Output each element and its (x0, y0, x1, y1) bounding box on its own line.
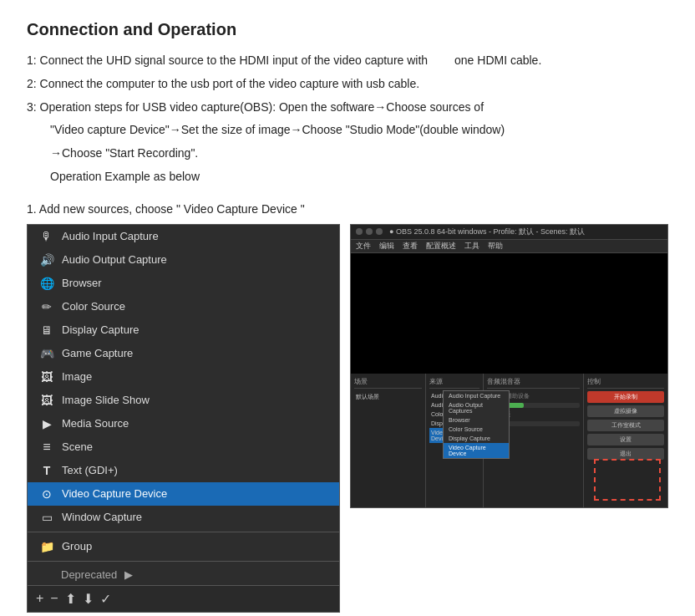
scene-item-default[interactable]: 默认场景 (354, 391, 422, 403)
video-capture-device-icon: ⊙ (39, 486, 54, 501)
instruction-3-cont2: →Choose "Start Recording". (50, 144, 668, 164)
audio-input-icon: 🎙 (39, 229, 54, 244)
menu-item-deprecated[interactable]: Deprecated ▶ (28, 564, 339, 585)
menu-help[interactable]: 帮助 (488, 241, 503, 252)
obs-preview-area (351, 253, 667, 374)
mini-item-audio-output[interactable]: Audio Output Captures (444, 400, 509, 415)
titlebar-dot-1 (356, 228, 363, 235)
audio-output-icon: 🔊 (39, 252, 54, 267)
mini-label-3: Browser (449, 417, 470, 423)
group-icon: 📁 (39, 539, 54, 554)
virtual-camera-btn[interactable]: 虚拟摄像 (587, 405, 664, 417)
add-source-icon[interactable]: + (36, 591, 43, 606)
mini-item-color[interactable]: Color Source (444, 425, 509, 434)
obs-sources-panel: 来源 Audio Input Audio Output Color Source… (426, 374, 484, 507)
menu-label-color-source: Color Source (62, 300, 125, 313)
menu-tools[interactable]: 工具 (464, 241, 479, 252)
menu-item-window-capture[interactable]: ▭ Window Capture (28, 506, 339, 529)
menu-view[interactable]: 查看 (403, 241, 418, 252)
screenshots-row: 🎙 Audio Input Capture 🔊 Audio Output Cap… (27, 224, 668, 613)
deprecated-label: Deprecated (61, 568, 117, 581)
menu-file[interactable]: 文件 (356, 241, 371, 252)
mini-item-audio-input[interactable]: Audio Input Capture (444, 391, 509, 400)
menu-label-browser: Browser (62, 277, 102, 289)
page-title: Connection and Operation (27, 20, 668, 39)
obs-titlebar: ● OBS 25.0.8 64-bit windows - Profile: 默… (351, 225, 667, 240)
menu-label-audio-output: Audio Output Capture (62, 253, 167, 266)
mini-label-5: Display Capture (449, 435, 490, 441)
sources-panel-title: 来源 (429, 377, 479, 389)
color-source-icon: ✏ (39, 299, 54, 314)
menu-label-game-capture: Game Capture (62, 347, 133, 359)
mixer-panel-title: 音频混音器 (487, 377, 580, 389)
display-capture-icon: 🖥 (39, 323, 54, 338)
mini-item-video-capture[interactable]: Video Capture Device (444, 443, 509, 458)
obs-menubar: 文件 编辑 查看 配置概述 工具 帮助 (351, 240, 667, 253)
scenes-panel-title: 场景 (354, 377, 422, 389)
titlebar-dot-3 (376, 228, 383, 235)
instruction-3: 3: Operation steps for USB video capture… (27, 98, 668, 118)
obs-full-screenshot: ● OBS 25.0.8 64-bit windows - Profile: 默… (350, 224, 668, 508)
settings-btn[interactable]: 设置 (587, 434, 664, 445)
instruction-1: 1: Connect the UHD signal source to the … (27, 51, 668, 71)
step1-header: 1. Add new sources, choose " Video Captu… (27, 202, 668, 216)
obs-source-menu: 🎙 Audio Input Capture 🔊 Audio Output Cap… (28, 225, 339, 585)
menu-item-image[interactable]: 🖼 Image (28, 365, 339, 389)
instruction-3-cont1: "Video capture Device"→Set the size of i… (50, 120, 668, 140)
menu-label-text-gdi: Text (GDI+) (62, 464, 118, 476)
menu-item-audio-output-capture[interactable]: 🔊 Audio Output Capture (28, 248, 339, 272)
menu-label-video-capture-device: Video Capture Device (62, 487, 167, 500)
move-down-icon[interactable]: ⬇ (83, 591, 94, 607)
image-slide-show-icon: 🖼 (39, 393, 54, 408)
move-up-icon[interactable]: ⬆ (65, 591, 76, 607)
exit-btn[interactable]: 退出 (587, 448, 664, 460)
menu-label-image: Image (62, 370, 92, 383)
browser-icon: 🌐 (39, 276, 54, 291)
mini-label-4: Color Source (449, 426, 483, 432)
obs-title-text: ● OBS 25.0.8 64-bit windows - Profile: 默… (389, 227, 585, 237)
menu-item-audio-input-capture[interactable]: 🎙 Audio Input Capture (28, 225, 339, 248)
menu-item-browser[interactable]: 🌐 Browser (28, 272, 339, 295)
dashed-selection-box (594, 459, 661, 501)
titlebar-dot-2 (366, 228, 373, 235)
start-recording-btn[interactable]: 开始录制 (587, 391, 664, 403)
scene-icon: ≡ (39, 440, 54, 455)
mini-label-6: Video Capture Device (449, 445, 504, 456)
menu-item-scene[interactable]: ≡ Scene (28, 435, 339, 459)
window-capture-icon: ▭ (39, 510, 54, 525)
menu-item-text-gdi[interactable]: T Text (GDI+) (28, 459, 339, 482)
scene-label: 默认场景 (356, 393, 379, 401)
menu-label-audio-input: Audio Input Capture (62, 230, 159, 242)
menu-item-game-capture[interactable]: 🎮 Game Capture (28, 342, 339, 365)
menu-item-group[interactable]: 📁 Group (28, 535, 339, 558)
remove-source-icon[interactable]: − (50, 591, 58, 606)
mini-item-display[interactable]: Display Capture (444, 434, 509, 443)
menu-label-image-slide-show: Image Slide Show (62, 394, 150, 406)
menu-item-video-capture-device[interactable]: ⊙ Video Capture Device (28, 482, 339, 506)
controls-buttons: 开始录制 虚拟摄像 工作室模式 设置 退出 (587, 391, 664, 460)
menu-label-window-capture: Window Capture (62, 511, 142, 523)
menu-item-image-slide-show[interactable]: 🖼 Image Slide Show (28, 389, 339, 412)
menu-item-media-source[interactable]: ▶ Media Source (28, 412, 339, 435)
controls-panel-title: 控制 (587, 377, 664, 389)
deprecated-arrow-icon: ▶ (124, 568, 133, 581)
mini-label-2: Audio Output Captures (449, 402, 504, 414)
menu-item-color-source[interactable]: ✏ Color Source (28, 295, 339, 318)
confirm-icon[interactable]: ✓ (100, 591, 111, 607)
obs-menu-screenshot: 🎙 Audio Input Capture 🔊 Audio Output Cap… (27, 224, 340, 613)
menu-profile[interactable]: 配置概述 (426, 241, 456, 252)
menu-label-group: Group (62, 540, 92, 552)
media-source-icon: ▶ (39, 416, 54, 431)
obs-scenes-panel: 场景 默认场景 (351, 374, 426, 507)
mini-label-1: Audio Input Capture (449, 393, 500, 399)
instructions-block: 1: Connect the UHD signal source to the … (27, 51, 668, 187)
menu-edit[interactable]: 编辑 (379, 241, 394, 252)
game-capture-icon: 🎮 (39, 346, 54, 361)
studio-mode-btn[interactable]: 工作室模式 (587, 420, 664, 431)
image-icon: 🖼 (39, 369, 54, 384)
obs-menu-bottom-bar: + − ⬆ ⬇ ✓ (28, 585, 339, 612)
menu-label-scene: Scene (62, 440, 93, 453)
obs-mini-context-menu: Audio Input Capture Audio Output Capture… (443, 390, 510, 459)
menu-item-display-capture[interactable]: 🖥 Display Capture (28, 318, 339, 342)
mini-item-browser[interactable]: Browser (444, 415, 509, 425)
